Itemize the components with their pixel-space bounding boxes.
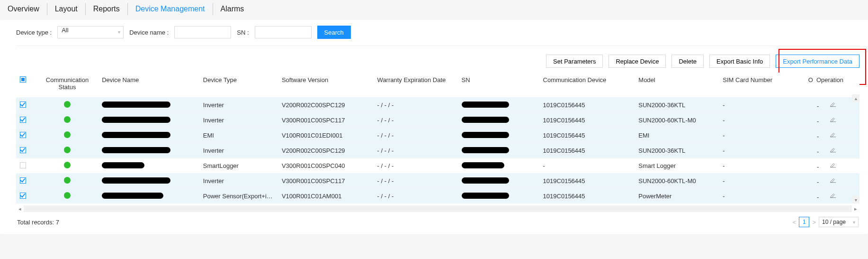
comm-device-cell: 1019C0156445 — [539, 113, 635, 128]
comm-device-cell: 1019C0156445 — [539, 143, 635, 158]
set-parameters-button[interactable]: Set Parameters — [546, 55, 603, 68]
pager: < 1 > 10 / page ▾ — [793, 217, 859, 227]
comm-device-cell: 1019C0156445 — [539, 128, 635, 143]
col-device-name: Device Name — [98, 73, 199, 98]
device-name-redacted — [102, 102, 170, 108]
software-version-cell: V100R001C01EDI001 — [278, 128, 374, 143]
device-type-select[interactable]: All ▾ — [57, 26, 124, 38]
edit-icon[interactable] — [829, 101, 837, 108]
warranty-cell: - / - / - — [374, 128, 458, 143]
tab-layout[interactable]: Layout — [47, 3, 86, 15]
col-device-type: Device Type — [199, 73, 278, 98]
tab-alarms[interactable]: Alarms — [213, 3, 252, 15]
status-dot-icon — [64, 131, 71, 138]
device-name-input[interactable] — [174, 26, 231, 38]
export-performance-data-button[interactable]: Export Performance Data — [776, 55, 859, 68]
device-type-cell: EMI — [199, 128, 278, 143]
edit-icon[interactable] — [829, 116, 837, 123]
row-checkbox[interactable] — [20, 102, 26, 108]
device-type-cell: Inverter — [199, 98, 278, 113]
warranty-cell: - / - / - — [374, 189, 458, 204]
status-dot-icon — [64, 177, 71, 184]
comm-device-cell: 1019C0156445 — [539, 174, 635, 189]
sim-cell: - — [719, 143, 804, 158]
device-type-cell: Inverter — [199, 143, 278, 158]
sn-redacted — [462, 147, 509, 153]
sim-cell: - — [719, 98, 804, 113]
next-page-icon[interactable]: > — [812, 219, 816, 226]
col-sim: SIM Card Number — [719, 73, 804, 98]
tab-reports[interactable]: Reports — [86, 3, 128, 15]
row-checkbox[interactable] — [20, 117, 26, 123]
scroll-up-icon[interactable]: ▴ — [852, 94, 859, 102]
main-panel: Device type : All ▾ Device name : SN : S… — [0, 20, 868, 234]
top-tabs: Overview Layout Reports Device Managemen… — [0, 0, 868, 20]
export-basic-info-button[interactable]: Export Basic Info — [709, 55, 770, 68]
scroll-down-icon[interactable]: ▾ — [852, 196, 859, 204]
sn-redacted — [462, 117, 509, 123]
edit-icon[interactable] — [829, 131, 837, 139]
page-number[interactable]: 1 — [799, 217, 809, 227]
scroll-left-icon[interactable]: ◂ — [16, 206, 24, 212]
model-cell: SUN2000-60KTL-M0 — [635, 113, 719, 128]
col-software-version: Software Version — [278, 73, 374, 98]
horizontal-scrollbar[interactable]: ◂ ▸ — [16, 205, 859, 212]
sim-cell: - — [719, 113, 804, 128]
search-button[interactable]: Search — [317, 26, 351, 39]
col-sn: SN — [458, 73, 539, 98]
chevron-down-icon: ▾ — [118, 29, 120, 35]
row-checkbox[interactable] — [20, 147, 26, 153]
col-comm-status: Communication Status — [40, 76, 95, 91]
per-page-select[interactable]: 10 / page ▾ — [819, 217, 859, 227]
software-version-cell: V200R002C00SPC129 — [278, 98, 374, 113]
table-row: EMIV100R001C01EDI001- / - / -1019C015644… — [16, 128, 859, 143]
action-row: Set Parameters Replace Device Delete Exp… — [16, 46, 859, 73]
table-row: Power Sensor(Export+im...V100R001C01AM00… — [16, 189, 859, 204]
row-checkbox[interactable] — [20, 177, 26, 184]
chevron-down-icon: ▾ — [853, 220, 855, 225]
sn-redacted — [462, 162, 504, 168]
edit-icon[interactable] — [829, 161, 837, 169]
replace-device-button[interactable]: Replace Device — [608, 55, 666, 68]
sn-redacted — [462, 193, 509, 199]
warranty-cell: - / - / - — [374, 113, 458, 128]
sim-cell: - — [719, 189, 804, 204]
scroll-right-icon[interactable]: ▸ — [852, 206, 859, 212]
software-version-cell: V300R001C00SPC117 — [278, 113, 374, 128]
device-table: Communication Status Device Name Device … — [16, 73, 859, 204]
select-all-checkbox[interactable] — [20, 76, 26, 83]
model-cell: Smart Logger — [635, 158, 719, 174]
row-checkbox[interactable] — [20, 162, 26, 168]
device-name-redacted — [102, 132, 170, 138]
edit-icon[interactable] — [829, 176, 837, 184]
sn-input[interactable] — [255, 26, 312, 38]
device-name-redacted — [102, 117, 170, 123]
col-operation: Operation — [816, 76, 843, 83]
warranty-cell: - / - / - — [374, 98, 458, 113]
edit-icon[interactable] — [829, 146, 837, 154]
sn-redacted — [462, 132, 509, 138]
model-cell: SUN2000-36KTL — [635, 98, 719, 113]
model-cell: SUN2000-60KTL-M0 — [635, 174, 719, 189]
delete-button[interactable]: Delete — [671, 55, 704, 68]
tab-overview[interactable]: Overview — [0, 3, 47, 15]
row-checkbox[interactable] — [20, 193, 26, 199]
warranty-cell: - / - / - — [374, 174, 458, 189]
edit-icon[interactable] — [829, 192, 837, 199]
per-page-label: 10 / page — [822, 219, 846, 225]
prev-page-icon[interactable]: < — [793, 219, 796, 226]
software-version-cell: V100R001C01AM001 — [278, 189, 374, 204]
col-op-clip: O — [808, 76, 813, 83]
model-cell: EMI — [635, 128, 719, 143]
table-footer: Total records: 7 < 1 > 10 / page ▾ — [16, 212, 859, 229]
device-name-label: Device name : — [129, 29, 169, 36]
status-dot-icon — [64, 101, 71, 108]
col-comm-device: Communication Device — [539, 73, 635, 98]
table-row: InverterV200R002C00SPC129- / - / -1019C0… — [16, 143, 859, 158]
row-checkbox[interactable] — [20, 132, 26, 138]
scrollbar-track[interactable] — [24, 205, 852, 212]
total-records: Total records: 7 — [17, 219, 59, 226]
tab-device-management[interactable]: Device Management — [128, 3, 213, 15]
device-name-redacted — [102, 162, 144, 168]
status-dot-icon — [64, 162, 71, 168]
